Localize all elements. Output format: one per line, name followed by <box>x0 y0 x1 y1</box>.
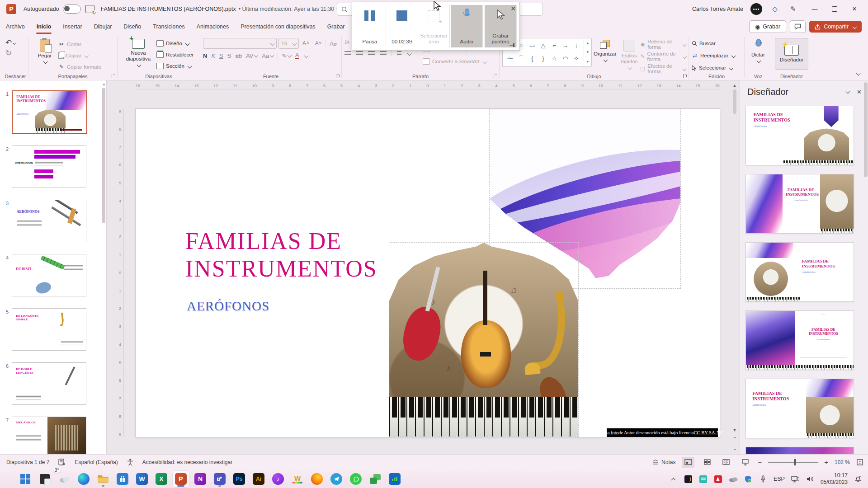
telegram-icon[interactable] <box>328 471 344 487</box>
new-slide-button[interactable]: Nueva diapositiva <box>120 38 156 67</box>
thumbnail-slide-7[interactable]: 7 MECÁNICOS <box>3 417 106 454</box>
language-status[interactable]: Español (España) <box>75 459 118 465</box>
tab-diseno[interactable]: Diseño <box>118 18 147 35</box>
close-recording-toolbar-icon[interactable]: ✕ <box>510 5 516 12</box>
dictate-button[interactable]: Dictar <box>747 38 769 63</box>
excel-icon[interactable]: X <box>153 471 170 487</box>
collapse-ribbon-chevron-icon[interactable] <box>855 71 860 77</box>
clipboard-dialog-launcher[interactable] <box>112 74 116 78</box>
drawing-dialog-launcher[interactable] <box>683 74 687 78</box>
thumbnail-slide-1[interactable]: 1 FAMILIAS DE INSTRUMENTOS AERÓFONOS <box>3 90 106 134</box>
network-icon[interactable] <box>791 474 800 483</box>
powerpoint-taskbar-icon[interactable]: P <box>173 471 189 487</box>
photoshop-icon[interactable]: Ps <box>231 471 247 487</box>
thumbnail-slide-6[interactable]: 6 DE DOBLE LENGÜETA <box>3 362 106 405</box>
slide-subtitle[interactable]: AERÓFONOS <box>187 299 269 314</box>
align-right-button[interactable] <box>368 51 375 56</box>
pen-icon[interactable]: ✎ <box>788 5 798 13</box>
restore-button[interactable] <box>826 2 844 16</box>
microsoft-store-icon[interactable] <box>114 471 131 487</box>
bullets-icon[interactable]: ⁝≡ <box>344 39 349 45</box>
chart-app-icon[interactable] <box>387 471 403 487</box>
tab-archivo[interactable]: Archivo <box>0 18 31 35</box>
last-modified-label[interactable]: • Última modificación: Ayer a las 11:30 <box>239 6 335 12</box>
weather-widget[interactable]: 3° <box>56 471 72 487</box>
designer-button[interactable]: Diseñador <box>775 38 808 70</box>
document-title[interactable]: FAMILIAS DE INSTRUMENTOS (AERÓFONOS).ppt… <box>101 6 236 12</box>
stop-button[interactable]: 00:02:39 <box>386 5 418 47</box>
tray-app1-icon[interactable] <box>684 474 693 483</box>
tray-app2-icon[interactable] <box>699 474 708 483</box>
tab-inicio[interactable]: Inicio <box>31 18 57 35</box>
slideshow-view-button[interactable] <box>739 457 751 468</box>
notification-bell-icon[interactable]: zz <box>854 474 863 483</box>
design-variant-4[interactable]: FAMILIAS DE INSTRUMENTOS AERÓFONOS <box>745 310 854 370</box>
design-variant-5[interactable]: FAMILIAS DE INSTRUMENTOS AERÓFONOS <box>745 379 854 438</box>
slide-sorter-view-button[interactable] <box>701 457 713 468</box>
previous-slide-button[interactable]: ⌃ <box>732 436 736 442</box>
accessibility-icon[interactable] <box>127 459 133 466</box>
illustrator-icon[interactable]: Ai <box>250 471 267 487</box>
save-icon[interactable] <box>85 5 94 13</box>
arrange-button[interactable]: Organizar <box>592 38 618 62</box>
zoom-level[interactable]: 102 % <box>835 459 850 465</box>
redo-button[interactable]: ↻ <box>5 49 15 57</box>
accessibility-status[interactable]: Accesibilidad: es necesario investigar <box>142 459 232 465</box>
designer-collapse-chevron-icon[interactable] <box>845 89 849 95</box>
replace-button[interactable]: ⇄Reemplazar <box>692 51 735 60</box>
tray-expand-chevron-icon[interactable] <box>669 474 678 483</box>
tab-presentacion[interactable]: Presentación con diapositivas <box>235 18 321 35</box>
instruments-collage[interactable]: ♪ ♫ ♪ <box>389 242 579 437</box>
onedrive-icon[interactable] <box>729 474 738 483</box>
shapes-scroll[interactable]: ▲▼▾ <box>584 38 591 66</box>
license-caption[interactable]: Esta foto de Autor desconocido está bajo… <box>607 428 718 437</box>
start-button[interactable] <box>17 471 33 487</box>
volume-icon[interactable] <box>806 474 815 483</box>
normal-view-button[interactable] <box>682 457 694 468</box>
security-shield-icon[interactable] <box>744 474 753 483</box>
user-name[interactable]: Carlos Torres Amate <box>692 6 743 12</box>
paragraph-dialog-launcher[interactable] <box>494 74 498 78</box>
tab-animaciones[interactable]: Animaciones <box>191 18 235 35</box>
tab-dibujar[interactable]: Dibujar <box>88 18 118 35</box>
license-link-photo[interactable]: Esta foto <box>601 430 618 435</box>
fit-to-window-icon[interactable] <box>856 459 863 466</box>
notes-button[interactable]: Notas <box>652 459 675 465</box>
section-button[interactable]: Sección <box>156 61 193 70</box>
musescore-icon[interactable]: ♪ <box>270 471 286 487</box>
layout-button[interactable]: Diseño <box>156 39 193 48</box>
onenote-icon[interactable]: N <box>192 471 208 487</box>
record-button[interactable]: ◉Grabar <box>749 20 786 33</box>
clock[interactable]: 10:17 05/03/2023 <box>821 472 848 486</box>
reset-button[interactable]: Restablecer <box>156 50 193 59</box>
powerpoint-app-icon[interactable]: P <box>6 4 16 14</box>
zoom-slider-thumb[interactable] <box>794 459 796 465</box>
thumbnail-slide-2[interactable]: 2 INTRODUCCIÓN <box>3 145 106 188</box>
comments-button[interactable] <box>790 20 806 33</box>
autosave-toggle[interactable] <box>63 5 81 14</box>
spellcheck-icon[interactable] <box>58 459 66 465</box>
avatar[interactable] <box>750 3 762 15</box>
scroll-up-icon[interactable]: ▲ <box>733 83 737 88</box>
design-variant-3[interactable]: FAMILIAS DE INSTRUMENTOS AERÓFONOS <box>745 242 854 302</box>
slide-canvas[interactable]: FAMILIAS DE INSTRUMENTOS AERÓFONOS ♪ ♫ ♪ <box>136 109 720 437</box>
chat-icon[interactable] <box>367 471 383 487</box>
task-view-button[interactable] <box>37 471 53 487</box>
justify-button[interactable] <box>380 51 387 56</box>
tray-adobe-icon[interactable] <box>714 474 723 483</box>
pause-button[interactable]: Pausa <box>354 5 386 47</box>
license-link-cc[interactable]: CC BY-SA-NC <box>694 430 723 435</box>
tab-grabar[interactable]: Grabar <box>321 18 351 35</box>
reading-view-button[interactable] <box>720 457 732 468</box>
diamond-icon[interactable]: ◇ <box>769 5 780 13</box>
design-variant-1[interactable]: FAMILIAS DE INSTRUMENTOS AERÓFONOS <box>745 106 854 165</box>
audio-toggle-button[interactable]: Audio <box>451 5 483 47</box>
edge-icon[interactable] <box>75 471 92 487</box>
scroll-down-icon[interactable]: ▼ <box>733 428 737 432</box>
teams-icon[interactable] <box>212 471 228 487</box>
thumbnail-slide-5[interactable]: 5 DE LENGÜETA SIMPLE <box>3 308 106 351</box>
close-button[interactable]: × <box>845 2 863 16</box>
select-button[interactable]: Seleccionar <box>692 63 735 72</box>
columns-button[interactable] <box>397 51 401 56</box>
align-center-button[interactable] <box>356 51 363 56</box>
